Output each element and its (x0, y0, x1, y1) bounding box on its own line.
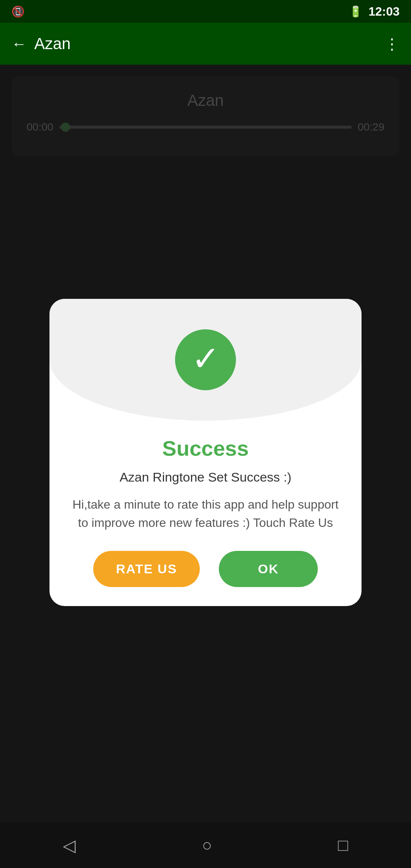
dialog-buttons: RATE US OK (49, 551, 362, 587)
dialog-body: Success Azan Ringtone Set Success :) Hi,… (49, 421, 362, 532)
rate-us-button[interactable]: RATE US (93, 551, 200, 587)
status-bar-left: 📵 (11, 5, 25, 18)
ok-button[interactable]: OK (219, 551, 318, 587)
dialog-subtitle: Azan Ringtone Set Success :) (72, 470, 339, 485)
dialog-title: Success (72, 436, 339, 461)
nav-recents-button[interactable]: □ (338, 836, 348, 855)
app-bar-title: Azan (34, 35, 384, 53)
more-options-button[interactable]: ⋮ (384, 35, 400, 53)
sim-icon: 📵 (11, 5, 25, 18)
checkmark-icon: ✓ (191, 341, 220, 376)
status-time: 12:03 (368, 5, 400, 19)
nav-back-button[interactable]: ◁ (63, 836, 76, 855)
nav-home-button[interactable]: ○ (202, 836, 212, 855)
bottom-nav: ◁ ○ □ (0, 822, 411, 868)
checkmark-circle: ✓ (175, 329, 236, 390)
success-dialog: ✓ Success Azan Ringtone Set Success :) H… (49, 299, 362, 606)
battery-icon: 🔋 (349, 5, 362, 18)
back-button[interactable]: ← (11, 35, 27, 53)
dialog-top-arc: ✓ (49, 299, 362, 421)
app-bar: ← Azan ⋮ (0, 23, 411, 65)
dialog-message: Hi,take a minute to rate this app and he… (72, 495, 339, 532)
status-bar-right: 🔋 12:03 (349, 5, 400, 19)
status-bar: 📵 🔋 12:03 (0, 0, 411, 23)
